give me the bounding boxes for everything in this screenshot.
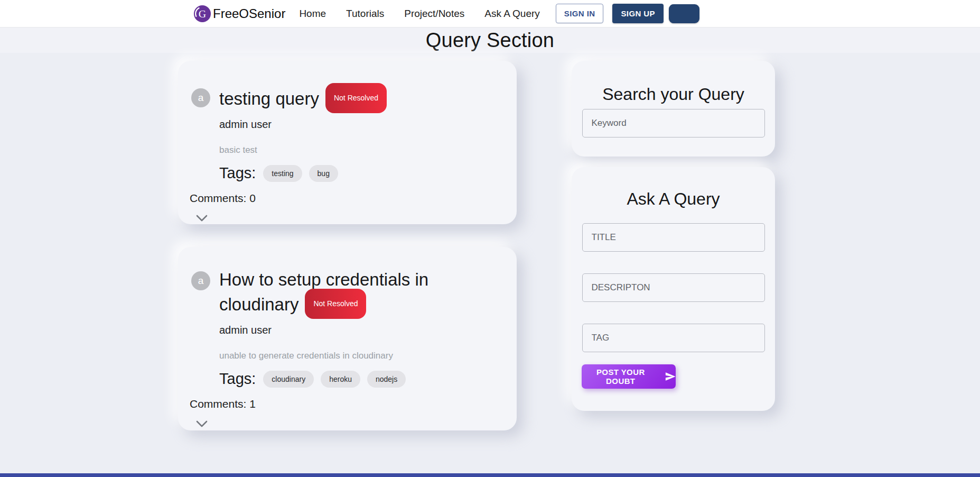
nav-item-tutorials[interactable]: Tutorials [346, 8, 384, 20]
comments-count: Comments: 1 [178, 398, 517, 410]
post-doubt-button[interactable]: POST YOUR DOUBT [582, 364, 676, 389]
query-title-input[interactable] [582, 223, 765, 252]
comments-value: 0 [249, 192, 256, 204]
nav-item-home[interactable]: Home [299, 8, 326, 20]
status-badge: Not Resolved [325, 83, 387, 113]
brand[interactable]: G FreeOSenior [193, 5, 285, 23]
tag-chip: heroku [321, 371, 360, 388]
chevron-down-icon [196, 215, 208, 222]
tag-chip: cloudinary [263, 371, 314, 388]
title-band: Query Section [0, 27, 980, 53]
ask-query-card: Ask A Query POST YOUR DOUBT [572, 167, 775, 411]
query-card-body: How to setup credentials in cloudinaryNo… [219, 268, 486, 388]
footer-bar [0, 473, 980, 477]
nav-buttons: SIGN IN SIGN UP [556, 4, 699, 23]
comments-label: Comments: [190, 192, 246, 204]
query-tags-row: Tags: testing bug [219, 164, 387, 182]
query-card: a testing queryNot Resolved admin user b… [178, 61, 517, 224]
query-tags-row: Tags: cloudinary heroku nodejs [219, 370, 486, 388]
avatar: a [191, 271, 210, 290]
tag-chip: bug [309, 165, 338, 182]
query-tag-input[interactable] [582, 324, 765, 352]
query-description-input[interactable] [582, 273, 765, 302]
query-title-text: testing query [219, 89, 319, 108]
navbar: G FreeOSenior Home Tutorials Project/Not… [0, 0, 980, 27]
search-keyword-input[interactable] [582, 109, 765, 137]
tags-label: Tags: [219, 164, 256, 182]
status-badge: Not Resolved [305, 289, 366, 319]
comments-count: Comments: 0 [178, 192, 517, 205]
expand-comments-button[interactable] [194, 418, 210, 430]
query-author: admin user [219, 118, 387, 131]
query-card-header: a How to setup credentials in cloudinary… [178, 247, 517, 388]
brand-logo-icon: G [193, 5, 211, 23]
page-title: Query Section [426, 29, 554, 52]
avatar: a [191, 88, 210, 107]
post-doubt-label: POST YOUR DOUBT [582, 368, 660, 386]
query-author: admin user [219, 324, 486, 336]
comments-value: 1 [249, 398, 256, 410]
chevron-down-icon [196, 420, 208, 428]
send-icon [665, 372, 676, 381]
svg-text:G: G [199, 7, 206, 19]
expand-comments-button[interactable] [194, 213, 210, 224]
query-card-header: a testing queryNot Resolved admin user b… [178, 61, 517, 182]
query-card: a How to setup credentials in cloudinary… [178, 247, 517, 430]
nav-item-project-notes[interactable]: Project/Notes [404, 8, 464, 20]
search-card-title: Search your Query [572, 61, 775, 104]
query-description: basic test [219, 145, 387, 155]
tag-chip: nodejs [367, 371, 406, 388]
brand-name: FreeOSenior [213, 6, 285, 21]
nav-links: Home Tutorials Project/Notes Ask A Query [299, 8, 539, 20]
query-card-body: testing queryNot Resolved admin user bas… [219, 85, 387, 182]
tags-label: Tags: [219, 370, 256, 388]
search-query-card: Search your Query [572, 61, 775, 157]
sign-up-button[interactable]: SIGN UP [612, 4, 663, 23]
nav-item-ask-a-query[interactable]: Ask A Query [484, 8, 540, 20]
nav-extra-button[interactable] [669, 4, 699, 23]
comments-label: Comments: [190, 398, 246, 410]
sign-in-button[interactable]: SIGN IN [556, 4, 604, 23]
tag-chip: testing [263, 165, 302, 182]
ask-card-title: Ask A Query [572, 167, 775, 209]
query-title: How to setup credentials in cloudinaryNo… [219, 268, 486, 321]
query-description: unable to generate credentials in cloudi… [219, 351, 486, 361]
query-title: testing queryNot Resolved [219, 85, 387, 115]
